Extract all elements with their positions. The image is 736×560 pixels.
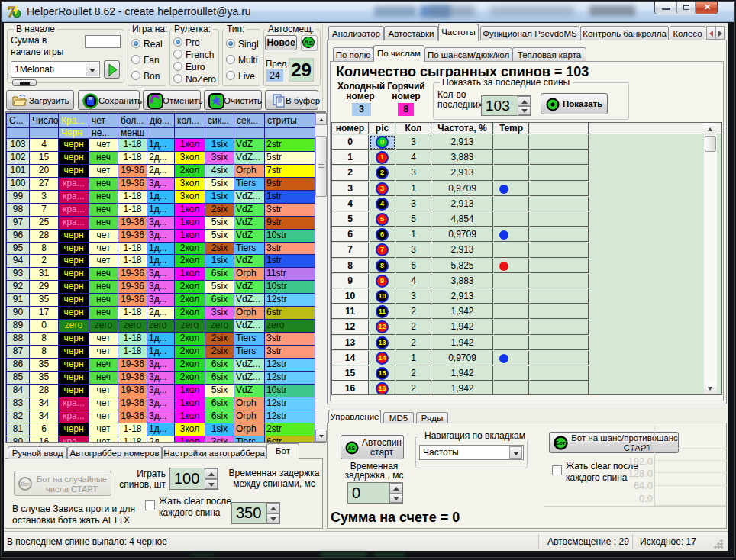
svg-text:AS: AS — [348, 446, 356, 451]
svg-text:Бот: Бот — [21, 481, 30, 487]
svg-text:Бот: Бот — [556, 440, 566, 446]
